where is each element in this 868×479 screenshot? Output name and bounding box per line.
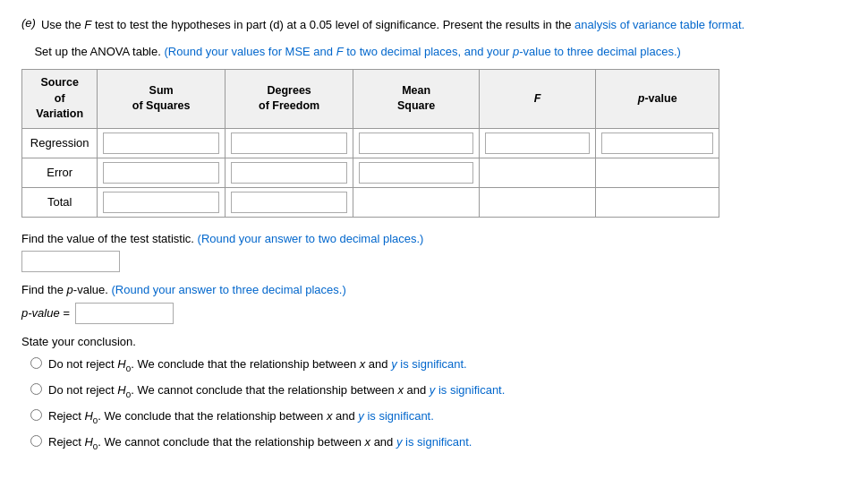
cell-regression-mean[interactable] [353,128,480,158]
state-conclusion-label: State your conclusion. [21,335,847,348]
part-label: (e) [21,16,36,30]
find-statistic-text: Find the value of the test statistic. (R… [21,230,847,248]
cell-regression-degrees[interactable] [225,128,353,158]
option-2-text: Do not reject H0. We cannot conclude tha… [48,381,505,401]
option-3[interactable]: Reject H0. We conclude that the relation… [30,407,847,427]
option-4[interactable]: Reject H0. We cannot conclude that the r… [30,433,847,453]
table-row-error: Error [22,158,719,187]
cell-total-mean-empty [353,187,480,217]
input-regression-f[interactable] [485,133,591,154]
option-2[interactable]: Do not reject H0. We cannot conclude tha… [30,381,847,401]
radio-option-2[interactable] [30,383,42,395]
row-label-total: Total [22,187,98,217]
find-pvalue-text: Find the p-value. (Round your answer to … [21,281,847,299]
row-label-regression: Regression [22,128,98,158]
pvalue-equals-label: p-value = [21,306,70,320]
input-error-degrees[interactable] [231,162,347,184]
input-error-sum[interactable] [103,162,218,184]
table-row-regression: Regression [22,128,719,158]
cell-error-pvalue-empty [596,158,719,187]
instructions-text: Use the F test to test the hypotheses in… [41,16,745,34]
cell-error-sum[interactable] [98,158,225,187]
col-header-mean: MeanSquare [353,70,480,129]
col-header-degrees: Degreesof Freedom [225,70,353,129]
input-total-sum[interactable] [103,192,218,213]
cell-total-pvalue-empty [596,187,719,217]
option-1-text: Do not reject H0. We conclude that the r… [48,355,467,375]
pvalue-input[interactable] [75,303,174,324]
cell-total-f-empty [479,187,596,217]
cell-regression-pvalue[interactable] [596,128,719,158]
input-regression-sum[interactable] [103,133,218,154]
option-4-text: Reject H0. We cannot conclude that the r… [48,433,472,453]
table-row-total: Total [22,187,719,217]
cell-total-sum[interactable] [98,187,225,217]
cell-regression-sum[interactable] [98,128,225,158]
input-regression-mean[interactable] [359,133,473,154]
option-1[interactable]: Do not reject H0. We conclude that the r… [30,355,847,375]
part-header: (e) Use the F test to test the hypothese… [21,16,847,34]
col-header-f: F [479,70,596,129]
radio-option-4[interactable] [30,435,42,447]
cell-total-degrees[interactable] [225,187,353,217]
pvalue-row: p-value = [21,303,847,324]
conclusion-options: Do not reject H0. We conclude that the r… [30,355,847,454]
sub-instructions: Set up the ANOVA table. (Round your valu… [21,43,847,61]
input-regression-degrees[interactable] [231,133,347,154]
radio-option-1[interactable] [30,357,42,369]
col-header-pvalue: p-value [596,70,719,129]
input-total-degrees[interactable] [231,192,347,213]
row-label-error: Error [22,158,98,187]
cell-error-degrees[interactable] [225,158,353,187]
radio-option-3[interactable] [30,409,42,421]
anova-table: Sourceof Variation Sumof Squares Degrees… [21,69,719,218]
col-header-sum: Sumof Squares [98,70,225,129]
input-regression-pvalue[interactable] [601,133,713,154]
input-error-mean[interactable] [359,162,473,184]
option-3-text: Reject H0. We conclude that the relation… [48,407,434,427]
cell-error-f-empty [479,158,596,187]
col-header-source: Sourceof Variation [22,70,98,129]
test-statistic-input[interactable] [21,251,120,272]
cell-regression-f[interactable] [479,128,596,158]
cell-error-mean[interactable] [353,158,480,187]
